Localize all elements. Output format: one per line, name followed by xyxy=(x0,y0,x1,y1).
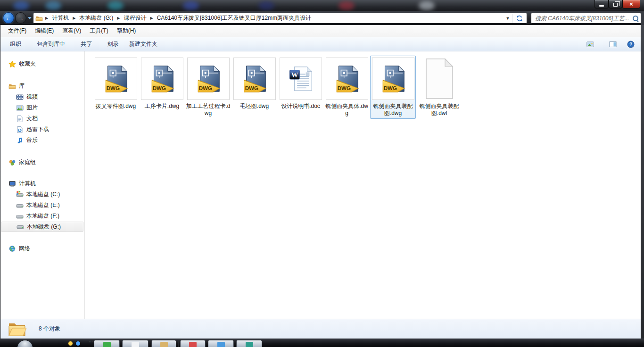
breadcrumb-item-drive-g[interactable]: 本地磁盘 (G:) xyxy=(76,13,116,23)
menu-edit[interactable]: 编辑(E) xyxy=(31,25,58,36)
drive-icon xyxy=(16,202,24,209)
status-bar: 8 个对象 xyxy=(0,319,644,339)
file-name: 铣侧面夹具装配图.dwl xyxy=(416,103,462,117)
close-button[interactable]: × xyxy=(622,0,640,8)
start-button[interactable] xyxy=(17,340,33,347)
change-view-button[interactable] xyxy=(585,39,601,50)
menu-help[interactable]: 帮助(H) xyxy=(113,25,140,36)
sidebar-item-network[interactable]: 网络 xyxy=(0,243,84,254)
minimize-button[interactable] xyxy=(594,0,609,8)
file-name: 铣侧面夹具体.dwg xyxy=(324,103,370,117)
sidebar-label: 文档 xyxy=(26,115,38,123)
thumbnail-frame xyxy=(326,58,368,100)
sidebar-item-thunder-download[interactable]: 迅雷下载 xyxy=(0,124,84,135)
desktop-glass-blob xyxy=(45,1,61,10)
sidebar-label: 图片 xyxy=(26,104,38,112)
sidebar-item-music[interactable]: 音乐 xyxy=(0,135,84,146)
sidebar-item-computer[interactable]: 计算机 xyxy=(0,178,84,189)
sidebar-item-favorites[interactable]: 收藏夹 xyxy=(0,58,84,69)
dwg-file-icon xyxy=(240,64,269,93)
libraries-folder-icon xyxy=(8,83,16,90)
forward-button[interactable]: → xyxy=(15,12,26,24)
music-note-icon xyxy=(16,137,24,144)
sidebar-item-drive-c[interactable]: 本地磁盘 (C:) xyxy=(0,189,84,200)
sidebar-item-libraries[interactable]: 库 xyxy=(0,81,84,91)
navigation-bar: ← → ▶ 计算机 ▶ 本地磁盘 (G:) ▶ 课程设计 ▶ CA6140车床拨… xyxy=(0,11,644,25)
help-icon: ? xyxy=(627,41,635,48)
taskbar-app-button[interactable] xyxy=(180,340,206,347)
menu-tools[interactable]: 工具(T) xyxy=(85,25,112,36)
desktop-glass-blob xyxy=(13,1,29,10)
help-button[interactable]: ? xyxy=(625,39,636,50)
taskbar-app-button[interactable] xyxy=(151,340,176,347)
address-dropdown-icon[interactable]: ▼ xyxy=(504,16,512,21)
drive-c-icon xyxy=(16,191,24,198)
command-bar-right-icons: ? xyxy=(585,39,639,50)
download-icon xyxy=(16,126,24,133)
sidebar-label: 本地磁盘 (C:) xyxy=(26,190,60,198)
sidebar-item-drive-g[interactable]: 本地磁盘 (G:) xyxy=(1,222,83,232)
taskbar-app-button[interactable] xyxy=(94,340,120,347)
menu-file[interactable]: 文件(F) xyxy=(4,25,31,36)
file-tile-selected[interactable]: 铣侧面夹具装配图.dwg xyxy=(370,56,416,119)
sidebar-item-drive-e[interactable]: 本地磁盘 (E:) xyxy=(0,200,84,211)
include-in-library-button[interactable]: 包含到库中 xyxy=(32,38,75,50)
file-tile[interactable]: 拨叉零件图.dwg xyxy=(93,56,139,112)
file-tile[interactable]: 铣侧面夹具体.dwg xyxy=(324,56,370,119)
homegroup-icon xyxy=(8,159,16,166)
item-count: 8 个对象 xyxy=(39,325,60,333)
sidebar-item-documents[interactable]: 文档 xyxy=(0,113,84,124)
organize-label: 组织 xyxy=(10,40,21,48)
burn-label: 刻录 xyxy=(107,40,119,48)
sidebar-item-homegroup[interactable]: 家庭组 xyxy=(0,157,84,168)
taskbar-separator xyxy=(178,340,179,347)
taskbar-app-button[interactable] xyxy=(122,340,149,347)
file-name: 工序卡片.dwg xyxy=(139,103,185,110)
file-tile[interactable]: 铣侧面夹具装配图.dwl xyxy=(416,56,462,119)
breadcrumb-separator-icon: ▶ xyxy=(149,16,153,20)
file-tile[interactable]: 设计说明书.doc xyxy=(278,56,323,112)
menu-view[interactable]: 查看(V) xyxy=(58,25,85,36)
burn-button[interactable]: 刻录 xyxy=(102,38,124,50)
picture-icon xyxy=(16,104,24,112)
file-tile[interactable]: 毛坯图.dwg xyxy=(231,56,277,112)
dwg-file-icon xyxy=(148,64,177,93)
sidebar-item-videos[interactable]: 视频 xyxy=(0,91,84,102)
back-button[interactable]: ← xyxy=(3,12,14,24)
file-name: 加工工艺过程卡.dwg xyxy=(185,103,231,117)
breadcrumb-item-computer[interactable]: 计算机 xyxy=(49,13,72,23)
history-dropdown-icon[interactable] xyxy=(28,17,32,19)
share-button[interactable]: 共享 xyxy=(75,38,102,50)
breadcrumb-item-current-folder[interactable]: CA6140车床拨叉[831006]工艺及铣叉口厚12mm两面夹具设计 xyxy=(154,13,314,23)
pinned-app-icon[interactable] xyxy=(76,341,80,346)
file-tile[interactable]: 工序卡片.dwg xyxy=(139,56,185,112)
breadcrumb-separator-icon: ▶ xyxy=(72,16,76,20)
new-folder-label: 新建文件夹 xyxy=(129,40,157,48)
taskbar-app-button[interactable] xyxy=(208,340,234,347)
back-arrow-icon: ← xyxy=(5,14,12,22)
new-folder-button[interactable]: 新建文件夹 xyxy=(124,38,163,50)
taskbar-overflow-dots: ⋯ xyxy=(89,339,93,344)
menu-bar: 文件(F) 编辑(E) 查看(V) 工具(T) 帮助(H) xyxy=(0,25,644,37)
file-tile[interactable]: 加工工艺过程卡.dwg xyxy=(185,56,231,119)
pinned-app-icon[interactable] xyxy=(68,341,73,346)
app-icon xyxy=(160,342,168,347)
desktop-glass-blob xyxy=(339,1,355,10)
sidebar-item-pictures[interactable]: 图片 xyxy=(0,102,84,113)
sidebar-label: 视频 xyxy=(26,93,38,101)
refresh-button[interactable] xyxy=(512,13,527,23)
preview-pane-button[interactable] xyxy=(607,39,619,50)
file-name: 设计说明书.doc xyxy=(278,103,323,110)
search-input[interactable] xyxy=(535,15,632,22)
breadcrumb-separator-icon: ▶ xyxy=(116,16,120,20)
sidebar-label: 网络 xyxy=(19,245,30,253)
breadcrumb-item-course-design[interactable]: 课程设计 xyxy=(120,13,149,23)
refresh-icon xyxy=(516,15,523,22)
sidebar-item-drive-f[interactable]: 本地磁盘 (F:) xyxy=(0,211,84,222)
address-bar[interactable]: ▶ 计算机 ▶ 本地磁盘 (G:) ▶ 课程设计 ▶ CA6140车床拨叉[83… xyxy=(33,13,527,24)
restore-button[interactable] xyxy=(609,0,622,8)
window-controls: × xyxy=(594,0,640,8)
taskbar-app-button[interactable] xyxy=(236,340,262,347)
organize-button[interactable]: 组织 xyxy=(5,38,32,50)
desktop-glass-blob xyxy=(183,1,199,10)
